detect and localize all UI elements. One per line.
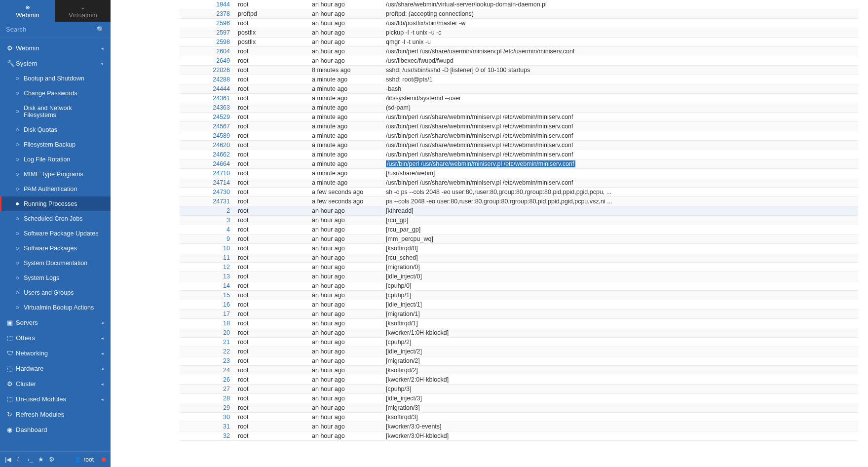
pid-link[interactable]: 18	[223, 320, 230, 327]
section-icon: ⚙	[7, 44, 16, 52]
pid-link[interactable]: 24664	[213, 160, 230, 167]
nav-item-disk-quotas[interactable]: Disk Quotas	[0, 122, 111, 137]
pid-link[interactable]: 2649	[216, 57, 230, 64]
pid-link[interactable]: 24589	[213, 132, 230, 139]
tab-webmin[interactable]: ⎈ Webmin	[0, 0, 55, 22]
pid-link[interactable]: 2378	[216, 10, 230, 17]
pid-link[interactable]: 24361	[213, 95, 230, 102]
pid-link[interactable]: 24363	[213, 104, 230, 111]
pid-link[interactable]: 2	[226, 207, 230, 214]
nav-item-scheduled-cron-jobs[interactable]: Scheduled Cron Jobs	[0, 211, 111, 226]
pid-link[interactable]: 29	[223, 404, 230, 411]
nav-section-cluster[interactable]: ⚙Cluster◂	[0, 376, 111, 391]
nav-section-system[interactable]: 🔧System▾	[0, 56, 111, 71]
terminal-icon[interactable]: ›_	[27, 456, 33, 463]
pid-link[interactable]: 21	[223, 339, 230, 346]
tab-virtualmin[interactable]: ⌄ Virtualmin	[55, 0, 111, 22]
pid-link[interactable]: 11	[223, 254, 230, 261]
webmin-icon: ⎈	[26, 3, 30, 10]
nav-section-others[interactable]: ⬚Others◂	[0, 330, 111, 346]
pid-link[interactable]: 27	[223, 386, 230, 392]
process-row: 24589roota minute ago/usr/bin/perl /usr/…	[180, 131, 858, 141]
pid-link[interactable]: 20	[223, 329, 230, 336]
pid-link[interactable]: 24620	[213, 142, 230, 149]
nav-item-software-package-updates[interactable]: Software Package Updates	[0, 226, 111, 241]
nav-section-un-used-modules[interactable]: ⬚Un-used Modules◂	[0, 391, 111, 407]
pid-link[interactable]: 24288	[213, 76, 230, 83]
pid-link[interactable]: 26	[223, 376, 230, 383]
pid-link[interactable]: 9	[226, 235, 230, 242]
pid-link[interactable]: 24710	[213, 170, 230, 177]
process-time: a minute ago	[308, 122, 382, 131]
nav-item-users-and-groups[interactable]: Users and Groups	[0, 285, 111, 300]
process-time: an hour ago	[308, 291, 382, 300]
nav-item-system-logs[interactable]: System Logs	[0, 271, 111, 285]
logout-icon[interactable]	[102, 458, 106, 462]
pid-link[interactable]: 24730	[213, 189, 230, 195]
nav-item-software-packages[interactable]: Software Packages	[0, 241, 111, 256]
pid-link[interactable]: 2604	[216, 48, 230, 55]
nav-item-label: Scheduled Cron Jobs	[24, 215, 83, 222]
nav-item-mime-type-programs[interactable]: MIME Type Programs	[0, 167, 111, 182]
pid-link[interactable]: 13	[223, 273, 230, 280]
section-label: Networking	[16, 350, 48, 357]
pid-link[interactable]: 24529	[213, 114, 230, 120]
section-icon: ⬚	[7, 334, 16, 342]
pid-link[interactable]: 15	[223, 292, 230, 299]
settings-icon[interactable]: ⚙	[49, 456, 55, 463]
process-command: /usr/bin/perl /usr/share/usermin/miniser…	[382, 47, 858, 56]
pid-link[interactable]: 24444	[213, 85, 230, 92]
pid-link[interactable]: 31	[223, 423, 230, 430]
bullet-icon	[16, 158, 19, 161]
nav-section-networking[interactable]: 🛡Networking◂	[0, 346, 111, 361]
process-time: an hour ago	[308, 47, 382, 56]
nav-item-disk-and-network-filesystems[interactable]: Disk and Network Filesystems	[0, 101, 111, 122]
pid-link[interactable]: 24	[223, 367, 230, 374]
process-row: 24288roota minute agosshd: root@pts/1	[180, 75, 858, 84]
pid-link[interactable]: 3	[226, 217, 230, 224]
process-time: an hour ago	[308, 431, 382, 441]
pid-link[interactable]: 4	[226, 226, 230, 233]
pid-link[interactable]: 24714	[213, 179, 230, 186]
pid-link[interactable]: 12	[223, 264, 230, 271]
pid-link[interactable]: 1944	[216, 1, 230, 8]
user-menu[interactable]: 👤 root	[74, 456, 94, 463]
pid-link[interactable]: 16	[223, 301, 230, 308]
nav-action-refresh-modules[interactable]: ↻Refresh Modules	[0, 407, 111, 422]
pid-link[interactable]: 22	[223, 348, 230, 355]
process-command: [cpuhp/3]	[382, 385, 858, 394]
search-input[interactable]	[6, 26, 97, 33]
pid-link[interactable]: 2596	[216, 20, 230, 27]
nav-section-hardware[interactable]: ⬚Hardware◂	[0, 361, 111, 376]
search-icon[interactable]: 🔍	[97, 26, 105, 33]
nav-action-dashboard[interactable]: ◉Dashboard	[0, 422, 111, 437]
nav-section-webmin[interactable]: ⚙Webmin◂	[0, 40, 111, 56]
pid-link[interactable]: 10	[223, 245, 230, 252]
pid-link[interactable]: 24731	[213, 198, 230, 205]
night-mode-icon[interactable]: ☾	[16, 456, 22, 463]
pid-link[interactable]: 24567	[213, 123, 230, 130]
process-row: 18rootan hour ago[ksoftirqd/1]	[180, 319, 858, 328]
pid-link[interactable]: 22026	[213, 67, 230, 74]
nav-item-filesystem-backup[interactable]: Filesystem Backup	[0, 137, 111, 152]
pid-link[interactable]: 32	[223, 432, 230, 439]
nav-item-system-documentation[interactable]: System Documentation	[0, 256, 111, 271]
nav-item-change-passwords[interactable]: Change Passwords	[0, 86, 111, 101]
nav-section-servers[interactable]: ▣Servers◂	[0, 315, 111, 330]
nav-item-running-processes[interactable]: Running Processes	[0, 196, 111, 211]
nav-item-bootup-and-shutdown[interactable]: Bootup and Shutdown	[0, 71, 111, 86]
pid-link[interactable]: 24662	[213, 151, 230, 158]
pid-link[interactable]: 14	[223, 282, 230, 289]
nav-item-log-file-rotation[interactable]: Log File Rotation	[0, 152, 111, 167]
pid-link[interactable]: 23	[223, 357, 230, 364]
nav-item-virtualmin-bootup-actions[interactable]: Virtualmin Bootup Actions	[0, 300, 111, 315]
collapse-icon[interactable]: |◀	[5, 456, 11, 463]
nav-item-pam-authentication[interactable]: PAM Authentication	[0, 182, 111, 196]
favorite-icon[interactable]: ★	[38, 456, 44, 463]
process-command: [kworker/2:0H-kblockd]	[382, 375, 858, 385]
pid-link[interactable]: 2598	[216, 39, 230, 45]
pid-link[interactable]: 2597	[216, 29, 230, 36]
pid-link[interactable]: 30	[223, 414, 230, 421]
pid-link[interactable]: 28	[223, 395, 230, 402]
pid-link[interactable]: 17	[223, 311, 230, 317]
